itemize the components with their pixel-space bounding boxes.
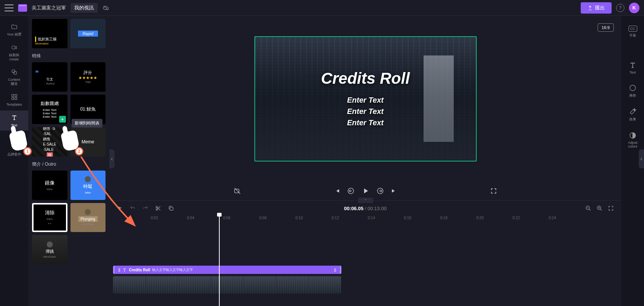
credits-line-2[interactable]: Enter Text <box>347 106 384 117</box>
svg-rect-7 <box>235 189 239 193</box>
svg-rect-5 <box>12 97 14 99</box>
ruler-tick: 0:20 <box>476 216 483 220</box>
grid-icon <box>10 93 18 101</box>
help-button[interactable]: ? <box>616 4 624 12</box>
skip-back-button[interactable] <box>333 188 340 194</box>
asset-meme[interactable]: Meme <box>70 127 106 157</box>
asset-quote[interactable]: ❝ 引文 - Author <box>32 62 67 92</box>
asset-lower-third[interactable]: 低於第三個 Minimalist <box>32 19 67 48</box>
effects-tool[interactable]: 效果 <box>621 104 644 126</box>
nav-brand-kit[interactable]: 品牌套件 <box>0 149 28 160</box>
skip-forward-button[interactable] <box>391 188 398 194</box>
captions-button[interactable]: CC 字幕 <box>621 22 644 42</box>
duplicate-button[interactable] <box>168 205 174 211</box>
text-tool[interactable]: Text <box>621 58 644 78</box>
layers-icon <box>10 68 18 76</box>
credits-line-1[interactable]: Enter Text <box>347 94 384 106</box>
ruler-tick: 0:22 <box>512 216 520 220</box>
fullscreen-button[interactable] <box>490 188 497 194</box>
folder-icon <box>10 23 18 31</box>
svg-rect-3 <box>12 94 14 96</box>
text-icon <box>10 114 18 122</box>
user-avatar[interactable]: K <box>629 3 639 13</box>
ruler-tick: 0:14 <box>368 216 375 220</box>
svg-point-15 <box>630 85 636 91</box>
preview-canvas[interactable]: Credits Roll Enter Text Enter Text Enter… <box>254 36 477 161</box>
zoom-fit-button[interactable] <box>608 205 614 211</box>
add-to-timeline-button[interactable]: + <box>59 116 66 123</box>
asset-plunging[interactable]: Plunging Intro/Outro <box>70 203 106 232</box>
add-tooltip: 新增到時間表 <box>72 119 102 128</box>
text-clip[interactable]: || Credits Roll 輸入文字輸入文字輸入文字 || <box>113 266 341 274</box>
adjust-colors-tool[interactable]: Adjust colors <box>621 128 644 152</box>
section-special: 特殊 <box>32 53 106 59</box>
asset-rapid[interactable]: Rapid <box>70 19 106 48</box>
svg-point-11 <box>156 209 158 210</box>
nav-record[interactable]: 錄製與 create <box>0 40 28 65</box>
ruler-tick: 0:10 <box>295 216 303 220</box>
collapse-panel-button[interactable]: ‹ <box>109 149 115 168</box>
circle-icon <box>629 84 636 92</box>
rewind-button[interactable] <box>347 187 355 195</box>
left-nav: Your 經歷 錄製與 create Content 釀造 Templates … <box>0 16 28 306</box>
ruler-tick: 0:08 <box>259 216 266 220</box>
credits-title[interactable]: Credits Roll <box>321 69 410 88</box>
nav-content[interactable]: Content 釀造 <box>0 65 28 89</box>
nav-your-stuff[interactable]: Your 經歷 <box>0 20 28 40</box>
cursor-tool-icon[interactable] <box>117 205 123 211</box>
timeline-ruler[interactable]: 0:020:040:060:080:100:120:140:160:180:20… <box>113 216 621 225</box>
menu-button[interactable] <box>5 5 14 11</box>
forward-button[interactable] <box>376 187 384 195</box>
project-sub[interactable]: 我的視訊 <box>70 3 98 13</box>
sync-off-icon <box>102 5 110 11</box>
contrast-icon <box>629 132 636 139</box>
shape-tool[interactable]: 梯形 <box>621 80 644 102</box>
asset-jump[interactable]: 彈跳 Intro/Outro <box>32 235 67 264</box>
ruler-tick: 0:12 <box>332 216 339 220</box>
aspect-ratio-badge[interactable]: 16:9 <box>598 23 614 32</box>
video-clip[interactable] <box>113 276 341 294</box>
record-off-icon[interactable] <box>234 187 241 195</box>
wand-icon <box>629 108 636 115</box>
ruler-tick: 0:04 <box>187 216 194 220</box>
asset-summary[interactable]: 點數匯總 Enter Text Enter Text Enter Text + <box>32 95 67 124</box>
svg-rect-12 <box>170 207 173 210</box>
svg-rect-1 <box>12 70 15 73</box>
zoom-in-button[interactable] <box>597 205 603 211</box>
ruler-tick: 0:24 <box>549 216 556 220</box>
asset-hourly[interactable]: 時髦 Intro <box>70 171 106 200</box>
project-name: 美工圖案之冠軍 <box>32 5 66 11</box>
text-icon <box>629 62 636 69</box>
play-button[interactable] <box>361 187 370 195</box>
zoom-out-button[interactable] <box>585 205 591 211</box>
svg-point-10 <box>156 206 158 208</box>
clip-handle-left[interactable]: || <box>118 268 120 272</box>
asset-rating[interactable]: 評分 ★★★★★ Title <box>70 62 106 92</box>
credits-line-3[interactable]: Enter Text <box>347 117 384 128</box>
undo-button[interactable] <box>130 205 136 211</box>
svg-rect-6 <box>15 97 17 99</box>
redo-button[interactable] <box>142 205 148 211</box>
text-icon <box>122 268 127 272</box>
playhead[interactable] <box>219 215 220 306</box>
time-display: 00:06.05 / 00:13.00 <box>344 206 387 211</box>
app-logo <box>18 4 27 12</box>
clip-handle-right[interactable]: || <box>334 268 336 272</box>
asset-clear[interactable]: 清除 Intro ◦ ◦ <box>32 203 67 232</box>
export-button[interactable]: 匯出 <box>581 2 612 14</box>
nav-templates[interactable]: Templates <box>0 90 28 110</box>
section-intro-outro: 簡介 / Outro <box>32 161 106 168</box>
ruler-tick: 0:16 <box>404 216 411 220</box>
timeline: ⌃ 00:06.05 / 00:13.00 0:020:040:060:080:… <box>109 200 621 306</box>
collapse-right-panel-button[interactable]: ‹ <box>639 149 644 168</box>
split-button[interactable] <box>155 205 161 211</box>
ruler-tick: 0:06 <box>223 216 230 220</box>
svg-rect-0 <box>12 46 15 49</box>
asset-sale[interactable]: 銷售 ·S ·SAL 銷售 E·SALE ·SALE 隨 <box>32 127 67 157</box>
asset-panel: 低於第三個 Minimalist Rapid 特殊 ❝ 引文 - Author … <box>28 16 109 306</box>
svg-rect-2 <box>14 72 17 75</box>
ruler-tick: 0:02 <box>151 216 158 220</box>
camera-icon <box>10 43 18 52</box>
nav-text[interactable]: Text <box>0 111 28 131</box>
asset-mirror[interactable]: 鏡像 Intro <box>32 171 67 200</box>
